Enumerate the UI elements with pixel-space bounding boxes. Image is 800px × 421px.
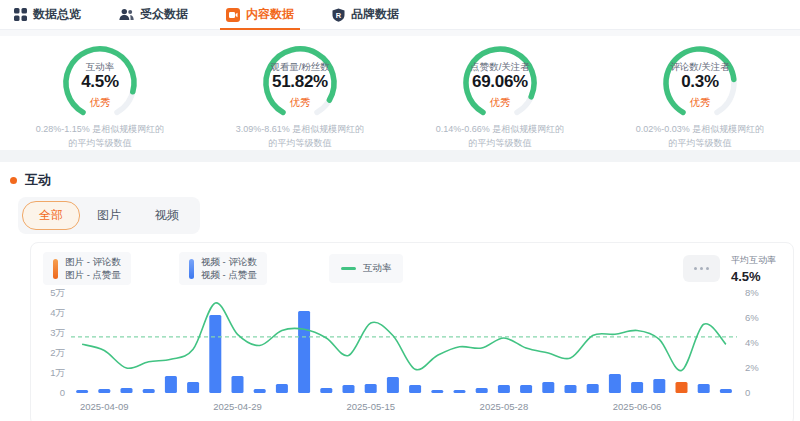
audience-icon (119, 8, 134, 21)
gauge-grade-badge: 优秀 (258, 96, 342, 110)
svg-text:0: 0 (745, 387, 750, 398)
svg-text:2025-04-29: 2025-04-29 (213, 401, 262, 412)
gauge-grade-badge: 优秀 (658, 96, 742, 110)
gauge-note: 3.09%-8.61% 是相似规模网红的的平均等级数值 (236, 122, 365, 150)
blue-bar-icon (189, 259, 194, 279)
filter-images[interactable]: 图片 (80, 201, 138, 230)
gauge-value: 0.3% (658, 72, 742, 92)
tab-data-overview[interactable]: 数据总览 (14, 0, 81, 29)
gauge-value: 4.5% (58, 72, 142, 92)
svg-text:4万: 4万 (50, 307, 65, 318)
gauge-note: 0.14%-0.66% 是相似规模网红的的平均等级数值 (436, 122, 565, 150)
interaction-bar-line-chart[interactable]: 5万4万3万2万1万08%6%4%2%02025-04-092025-04-29… (43, 287, 781, 421)
chart-body: 5万4万3万2万1万08%6%4%2%02025-04-092025-04-29… (43, 287, 781, 421)
tab-label: 内容数据 (246, 6, 294, 23)
svg-text:5万: 5万 (50, 287, 65, 298)
gauge-value: 69.06% (458, 72, 542, 92)
svg-text:0: 0 (60, 387, 65, 398)
brand-shield-icon: R (332, 8, 345, 22)
gauge-value: 51.82% (258, 72, 342, 92)
svg-text:2025-05-15: 2025-05-15 (346, 401, 395, 412)
svg-text:2025-05-28: 2025-05-28 (480, 401, 529, 412)
grid-icon (14, 8, 27, 21)
legend-image-series[interactable]: 图片 - 评论数图片 - 点赞量 (43, 252, 131, 285)
green-line-icon (341, 267, 356, 270)
svg-text:2%: 2% (745, 362, 759, 373)
tab-brand-data[interactable]: R 品牌数据 (332, 0, 399, 29)
top-tab-bar: 数据总览 受众数据 内容数据 R 品牌数据 (0, 0, 800, 30)
filter-videos[interactable]: 视频 (138, 201, 196, 230)
section-title: 互动 (25, 171, 51, 189)
legend-label: 互动率 (363, 262, 392, 275)
tab-content-data[interactable]: 内容数据 (226, 0, 294, 29)
svg-text:1万: 1万 (50, 367, 65, 378)
section-header-interaction: 互动 (0, 162, 800, 194)
svg-text:2万: 2万 (50, 347, 65, 358)
average-rate-value: 4.5% (731, 269, 781, 284)
legend-line1: 视频 - 评论数 (201, 256, 257, 267)
interaction-chart-card: 图片 - 评论数图片 - 点赞量 视频 - 评论数视频 - 点赞量 互动率 平均… (30, 242, 794, 421)
dot-icon (694, 267, 697, 270)
svg-text:2025-04-09: 2025-04-09 (80, 401, 129, 412)
svg-text:2025-06-06: 2025-06-06 (613, 401, 662, 412)
dot-icon (700, 267, 703, 270)
legend-rate-line[interactable]: 互动率 (329, 254, 404, 283)
svg-text:8%: 8% (745, 287, 759, 298)
tab-label: 受众数据 (140, 6, 188, 23)
content-video-icon (226, 8, 240, 22)
more-options-button[interactable] (683, 255, 720, 282)
svg-text:4%: 4% (745, 337, 759, 348)
filter-all[interactable]: 全部 (22, 201, 80, 230)
gauge-grade-badge: 优秀 (458, 96, 542, 110)
svg-text:R: R (336, 10, 342, 19)
legend-line2: 图片 - 点赞量 (65, 269, 121, 280)
gauge-card-likes-per-follower: 点赞数/关注者 69.06% 优秀 0.14%-0.66% 是相似规模网红的的平… (400, 43, 600, 150)
section-divider (0, 150, 800, 162)
legend-line1: 图片 - 评论数 (65, 256, 121, 267)
tab-label: 品牌数据 (351, 6, 399, 23)
gauge-card-views-per-fans: 观看量/粉丝数 51.82% 优秀 3.09%-8.61% 是相似规模网红的的平… (200, 43, 400, 150)
tab-label: 数据总览 (33, 6, 81, 23)
gauge-grade-badge: 优秀 (58, 96, 142, 110)
legend-video-series[interactable]: 视频 - 评论数视频 - 点赞量 (179, 252, 267, 285)
gauge-card-comments-per-follower: 评论数/关注者 0.3% 优秀 0.02%-0.03% 是相似规模网红的的平均等… (600, 43, 800, 150)
svg-text:6%: 6% (745, 312, 759, 323)
average-rate-block: 平均互动率 4.5% (731, 254, 781, 284)
svg-text:3万: 3万 (50, 327, 65, 338)
tab-audience-data[interactable]: 受众数据 (119, 0, 188, 29)
media-filter-group: 全部 图片 视频 (18, 197, 200, 234)
average-rate-label: 平均互动率 (731, 254, 781, 267)
dot-icon (706, 267, 709, 270)
gauge-card-engagement-rate: 互动率 4.5% 优秀 0.28%-1.15% 是相似规模网红的的平均等级数值 (0, 43, 200, 150)
chart-header: 图片 - 评论数图片 - 点赞量 视频 - 评论数视频 - 点赞量 互动率 平均… (43, 252, 781, 285)
legend-line2: 视频 - 点赞量 (201, 269, 257, 280)
section-bullet-icon (10, 177, 17, 184)
gauge-note: 0.02%-0.03% 是相似规模网红的的平均等级数值 (636, 122, 765, 150)
orange-bar-icon (53, 259, 58, 279)
gauge-note: 0.28%-1.15% 是相似规模网红的的平均等级数值 (36, 122, 165, 150)
gauge-row: 互动率 4.5% 优秀 0.28%-1.15% 是相似规模网红的的平均等级数值 … (0, 36, 800, 150)
